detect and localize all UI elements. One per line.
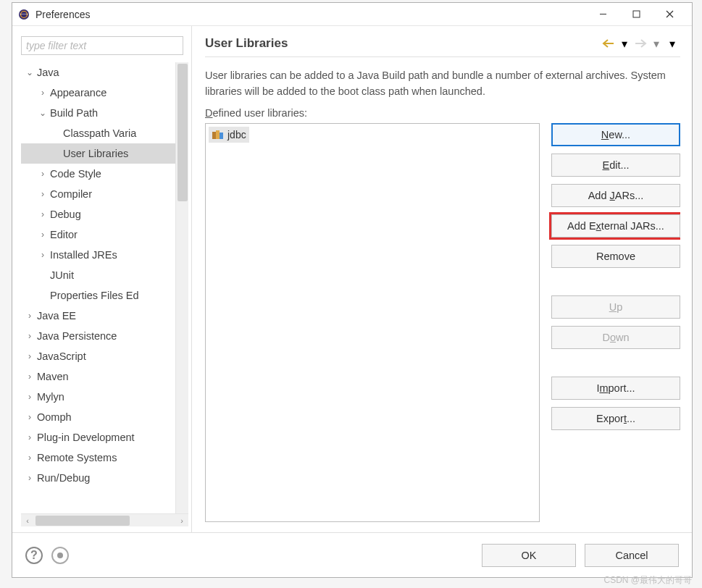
chevron-right-icon: › [24, 311, 35, 321]
view-menu-button[interactable]: ▾ [664, 36, 680, 51]
nav-forward-dropdown[interactable]: ▾ [648, 36, 664, 51]
edit-button[interactable]: Edit...Edit... [551, 154, 680, 177]
tree-horizontal-scrollbar[interactable]: ‹ › [21, 513, 188, 526]
tree-item-maven[interactable]: ›Maven [21, 366, 175, 387]
tree-item-java[interactable]: ⌄Java [21, 62, 175, 83]
page-description: User libraries can be added to a Java Bu… [205, 67, 680, 100]
tree-item-editor[interactable]: ›Editor [21, 224, 175, 245]
chevron-right-icon: › [37, 209, 49, 219]
nav-back-dropdown[interactable]: ▾ [617, 36, 632, 51]
svg-rect-2 [20, 14, 28, 14]
user-libraries-list[interactable]: jdbc [205, 123, 540, 522]
chevron-down-icon: ⌄ [37, 108, 49, 118]
tree-item-javascript[interactable]: ›JavaScript [21, 346, 175, 366]
chevron-right-icon: › [24, 412, 35, 422]
chevron-right-icon: › [37, 230, 49, 240]
library-name: jdbc [227, 129, 246, 140]
tree-item-classpath-variables[interactable]: Classpath Varia [21, 123, 175, 143]
preference-tree[interactable]: ⌄Java ›Appearance ⌄Build Path Classpath … [21, 62, 175, 513]
filter-input[interactable] [21, 36, 183, 55]
dialog-body: ⌄Java ›Appearance ⌄Build Path Classpath … [12, 26, 692, 532]
svg-rect-8 [216, 130, 220, 139]
chevron-down-icon: ⌄ [24, 67, 35, 77]
watermark: CSDN @最伟大的哥哥 [603, 574, 692, 587]
chevron-right-icon: › [37, 250, 49, 260]
tree-item-remote-systems[interactable]: ›Remote Systems [21, 448, 175, 468]
tree-item-java-persistence[interactable]: ›Java Persistence [21, 326, 175, 346]
list-item[interactable]: jdbc [209, 127, 249, 143]
new-button[interactable]: NNew...ew... [551, 123, 680, 146]
maximize-button[interactable] [619, 4, 653, 25]
export-button[interactable]: Export...Export... [551, 407, 680, 430]
close-button[interactable] [653, 4, 686, 25]
scroll-right-icon[interactable]: › [175, 516, 188, 525]
preferences-dialog: Preferences ⌄Java ›Appearance ⌄Build Pat… [12, 2, 693, 578]
tree-item-user-libraries[interactable]: User Libraries [21, 143, 175, 164]
tree-item-installed-jres[interactable]: ›Installed JREs [21, 245, 175, 265]
tree-item-debug[interactable]: ›Debug [21, 204, 175, 224]
chevron-right-icon: › [24, 331, 35, 341]
cancel-button[interactable]: Cancel [585, 544, 679, 567]
svg-rect-7 [212, 132, 216, 139]
page-header: User Libraries ▾ ▾ ▾ [205, 36, 680, 57]
down-button: DownDown [551, 326, 680, 349]
page-title: User Libraries [205, 36, 601, 51]
chevron-right-icon: › [24, 371, 35, 382]
help-button[interactable]: ? [25, 547, 43, 564]
chevron-right-icon: › [24, 453, 35, 463]
eclipse-icon [18, 9, 30, 20]
tree-item-appearance[interactable]: ›Appearance [21, 83, 175, 103]
action-buttons: NNew...ew... Edit...Edit... Add JARs...A… [551, 123, 680, 522]
navigation-panel: ⌄Java ›Appearance ⌄Build Path Classpath … [12, 26, 192, 532]
progress-indicator-icon [51, 547, 69, 564]
dialog-footer: ? OK Cancel [12, 532, 692, 577]
library-icon [212, 129, 225, 140]
tree-item-plugin-development[interactable]: ›Plug-in Development [21, 427, 175, 448]
tree-item-code-style[interactable]: ›Code Style [21, 164, 175, 184]
tree-item-mylyn[interactable]: ›Mylyn [21, 387, 175, 407]
import-button[interactable]: Import...Import... [551, 377, 680, 400]
titlebar: Preferences [12, 3, 692, 26]
chevron-right-icon: › [24, 473, 35, 483]
minimize-button[interactable] [586, 4, 619, 25]
add-jars-button[interactable]: Add JARs...Add JARs... [551, 184, 680, 207]
nav-back-button[interactable] [601, 36, 617, 51]
window-title: Preferences [35, 9, 586, 20]
svg-rect-9 [220, 133, 223, 139]
tree-item-oomph[interactable]: ›Oomph [21, 407, 175, 427]
svg-rect-4 [633, 11, 640, 17]
chevron-right-icon: › [37, 189, 49, 199]
chevron-right-icon: › [24, 392, 35, 402]
chevron-right-icon: › [37, 169, 49, 179]
content-panel: User Libraries ▾ ▾ ▾ User libraries can … [192, 26, 692, 532]
tree-item-build-path[interactable]: ⌄Build Path [21, 103, 175, 123]
ok-button[interactable]: OK [482, 544, 576, 567]
remove-button[interactable]: Remove [551, 245, 680, 268]
nav-forward-button[interactable] [632, 36, 648, 51]
tree-item-junit[interactable]: JUnit [21, 265, 175, 285]
defined-libraries-label: Defined user libraries: [205, 107, 680, 119]
chevron-right-icon: › [24, 351, 35, 361]
tree-item-compiler[interactable]: ›Compiler [21, 184, 175, 204]
chevron-right-icon: › [24, 432, 35, 442]
tree-item-run-debug[interactable]: ›Run/Debug [21, 468, 175, 488]
tree-item-java-ee[interactable]: ›Java EE [21, 306, 175, 326]
up-button: UpUp [551, 295, 680, 319]
tree-item-properties-files-editor[interactable]: Properties Files Ed [21, 285, 175, 306]
tree-vertical-scrollbar[interactable] [175, 62, 188, 513]
scroll-left-icon[interactable]: ‹ [21, 516, 34, 525]
chevron-right-icon: › [37, 88, 49, 98]
add-external-jars-button[interactable]: Add External JARs...Add External JARs... [551, 214, 680, 238]
